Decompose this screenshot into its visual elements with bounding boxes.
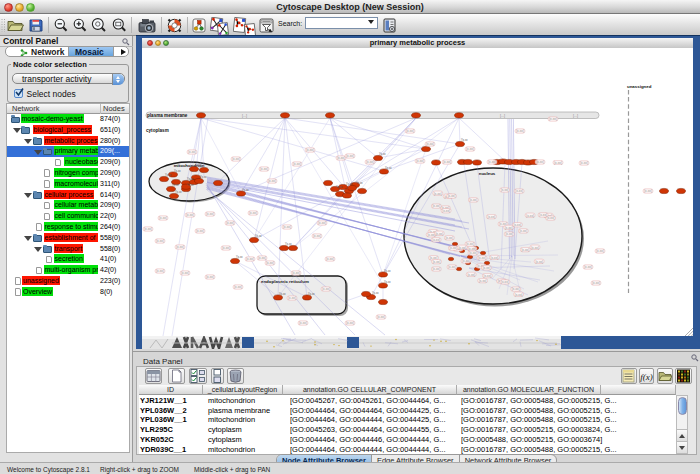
svg-text:[x-xx]: [x-xx] [469,251,477,255]
svg-text:[x-xx]: [x-xx] [467,273,475,277]
svg-text:Yx-xx: Yx-xx [372,291,379,295]
svg-text:[x-xx]: [x-xx] [580,161,588,165]
svg-text:Yx-xx: Yx-xx [165,173,172,177]
svg-text:[x-xx]: [x-xx] [515,189,523,193]
svg-text:[x-xx]: [x-xx] [283,225,291,229]
svg-text:[x-xx]: [x-xx] [292,271,300,275]
svg-text:[x-xx]: [x-xx] [246,257,254,261]
svg-text:[x-xx]: [x-xx] [432,267,440,271]
svg-text:[x-xx]: [x-xx] [448,194,456,198]
svg-text:[...]: [...] [242,114,247,118]
svg-text:[x-xx]: [x-xx] [448,265,456,269]
svg-text:[x-xx]: [x-xx] [488,215,496,219]
svg-text:[x-xx]: [x-xx] [322,287,330,291]
svg-text:[x-xx]: [x-xx] [377,315,385,319]
svg-text:[x-xx]: [x-xx] [299,321,307,325]
svg-text:[x-xx]: [x-xx] [156,269,164,273]
svg-text:Yx-xx: Yx-xx [279,292,286,296]
svg-text:[x-xx]: [x-xx] [505,232,513,236]
svg-text:Yx-xx: Yx-xx [187,177,194,181]
svg-text:[x-xx]: [x-xx] [144,227,152,231]
svg-text:[x-xx]: [x-xx] [426,142,434,146]
svg-text:[x-xx]: [x-xx] [346,154,354,158]
svg-text:[x-xx]: [x-xx] [535,260,543,264]
svg-text:[x-xx]: [x-xx] [515,293,523,297]
svg-text:Yx-xx: Yx-xx [174,169,181,173]
svg-text:[x-xx]: [x-xx] [479,279,487,283]
svg-text:[...]: [...] [500,114,505,118]
svg-text:Yx-xx: Yx-xx [242,188,249,192]
svg-text:[x-xx]: [x-xx] [478,256,486,260]
svg-text:[x-xx]: [x-xx] [326,257,334,261]
svg-text:[x-xx]: [x-xx] [521,248,529,252]
svg-text:[x-xx]: [x-xx] [293,162,301,166]
svg-text:[x-xx]: [x-xx] [531,246,539,250]
svg-text:[x-xx]: [x-xx] [466,242,474,246]
svg-text:[x-xx]: [x-xx] [592,281,600,285]
svg-text:[x-xx]: [x-xx] [234,285,242,289]
svg-text:[x-xx]: [x-xx] [366,160,374,164]
svg-text:Yx-xx: Yx-xx [336,185,343,189]
svg-text:[x-xx]: [x-xx] [549,117,557,121]
svg-text:[x-xx]: [x-xx] [337,156,345,160]
svg-text:[x-xx]: [x-xx] [313,234,321,238]
svg-text:[x-xx]: [x-xx] [554,161,562,165]
svg-text:[x-xx]: [x-xx] [584,265,592,269]
svg-text:[x-xx]: [x-xx] [432,204,440,208]
svg-text:Yx-xx: Yx-xx [346,182,353,186]
svg-text:[x-xx]: [x-xx] [462,259,470,263]
svg-text:[x-xx]: [x-xx] [484,274,492,278]
svg-text:[x-xx]: [x-xx] [288,296,296,300]
svg-text:unassigned: unassigned [627,84,652,89]
svg-text:[x-xx]: [x-xx] [432,238,440,242]
svg-text:[x-xx]: [x-xx] [318,221,326,225]
svg-text:[x-xx]: [x-xx] [306,148,314,152]
svg-text:Yx-xx: Yx-xx [172,183,179,187]
svg-text:[x-xx]: [x-xx] [519,229,527,233]
svg-text:f(x): f(x) [640,372,653,382]
svg-text:[x-xx]: [x-xx] [188,150,196,154]
svg-text:Yx-xx: Yx-xx [385,166,392,170]
svg-text:[x-xx]: [x-xx] [206,212,214,216]
svg-text:[x-xx]: [x-xx] [434,192,442,196]
svg-text:endoplasmic reticulum: endoplasmic reticulum [261,279,309,284]
svg-text:[x-xx]: [x-xx] [501,280,509,284]
svg-text:nucleus: nucleus [479,171,496,176]
svg-text:[x-xx]: [x-xx] [433,260,441,264]
svg-text:[x-xx]: [x-xx] [156,239,164,243]
svg-text:[x-xx]: [x-xx] [427,233,435,237]
svg-text:[x-xx]: [x-xx] [266,261,274,265]
svg-text:[x-xx]: [x-xx] [268,179,276,183]
svg-text:[x-xx]: [x-xx] [258,256,266,260]
svg-text:Yx-xx: Yx-xx [308,292,315,296]
svg-text:[x-xx]: [x-xx] [547,216,555,220]
svg-text:[x-xx]: [x-xx] [516,129,524,133]
svg-text:[x-xx]: [x-xx] [468,247,476,251]
svg-text:Yx-xx: Yx-xx [384,269,391,273]
svg-text:[x-xx]: [x-xx] [181,271,189,275]
svg-text:[x-xx]: [x-xx] [644,189,652,193]
svg-text:[x-xx]: [x-xx] [222,246,230,250]
svg-text:[x-xx]: [x-xx] [159,216,167,220]
svg-text:[x-xx]: [x-xx] [260,167,268,171]
svg-text:[...]: [...] [573,114,578,118]
svg-text:[x-xx]: [x-xx] [491,256,499,260]
svg-text:[x-xx]: [x-xx] [539,213,547,217]
svg-text:plasma membrane: plasma membrane [147,113,188,118]
svg-text:[x-xx]: [x-xx] [176,245,184,249]
svg-text:Yx-xx: Yx-xx [285,242,292,246]
svg-text:[x-xx]: [x-xx] [196,229,204,233]
svg-text:[x-xx]: [x-xx] [458,246,466,250]
svg-text:[x-xx]: [x-xx] [449,246,457,250]
svg-text:cytoplasm: cytoplasm [146,128,169,133]
svg-text:Yx-xx: Yx-xx [384,280,391,284]
svg-text:[x-xx]: [x-xx] [346,321,354,325]
svg-text:[x-xx]: [x-xx] [416,159,424,163]
svg-text:[x-xx]: [x-xx] [469,198,477,202]
svg-text:[x-xx]: [x-xx] [442,209,450,213]
svg-text:Yx-xx: Yx-xx [236,255,243,259]
svg-text:[x-xx]: [x-xx] [435,232,443,236]
svg-text:[x-xx]: [x-xx] [536,160,544,164]
svg-text:Yx-xx: Yx-xx [175,190,182,194]
svg-text:[x-xx]: [x-xx] [406,129,414,133]
